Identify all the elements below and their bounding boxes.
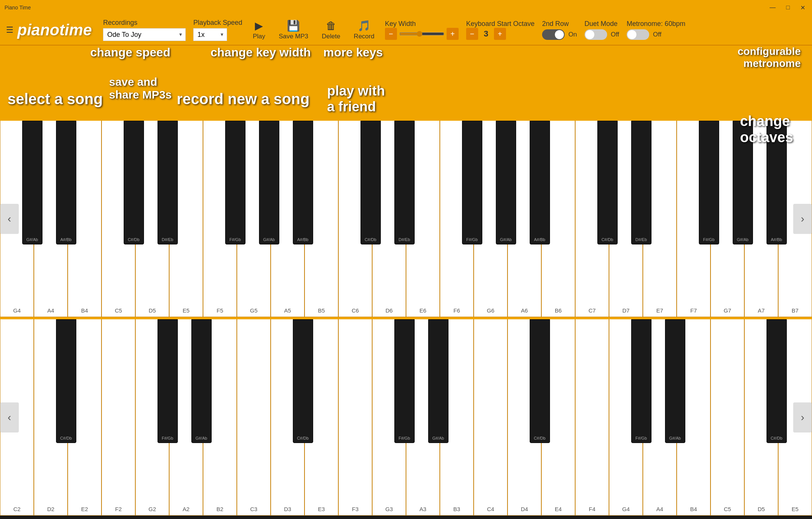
black-key-G#/Ab-19[interactable]: G#/Ab [665,319,685,443]
key-width-decrease-button[interactable]: − [385,28,397,40]
duet-mode-toggle[interactable] [585,29,607,40]
black-key-A#/Bb-1[interactable]: A#/Bb [56,121,76,244]
metronome-toggle-slider [627,29,649,40]
speed-select[interactable]: 0.5x 0.75x 1x 1.25x 1.5x 2x [193,28,227,41]
black-key-C#/Db-15[interactable]: C#/Db [530,319,550,443]
recordings-select[interactable]: Ode To Joy Twinkle Twinkle Happy Birthda… [103,28,186,41]
black-key-G#/Ab-0[interactable]: G#/Ab [22,121,42,244]
duet-mode-toggle-slider [585,29,607,40]
black-key-F#/Gb-13[interactable]: F#/Gb [462,121,482,244]
second-row-state: On [568,31,577,38]
recordings-label: Recordings [103,19,137,27]
white-key-label-A7: A7 [758,307,765,314]
black-key-label-F#/Gb: F#/Gb [466,237,478,242]
white-key-label-A2: A2 [183,506,189,512]
key-width-label: Key Width [385,20,416,28]
black-key-A#/Bb-8[interactable]: A#/Bb [293,121,313,244]
black-key-F#/Gb-4[interactable]: F#/Gb [158,319,178,443]
white-key-label-G5: G5 [250,307,258,314]
white-key-label-F4: F4 [589,506,595,512]
white-key-label-C4: C4 [487,506,494,512]
white-key-C5[interactable]: C5 [710,319,744,516]
record-button[interactable]: 🎵 Record [351,18,377,42]
white-key-label-F7: F7 [690,307,697,314]
key-width-slider[interactable] [399,31,444,37]
black-key-label-C#/Db: C#/Db [297,436,309,440]
black-key-F#/Gb-20[interactable]: F#/Gb [699,121,719,244]
black-key-G#/Ab-5[interactable]: G#/Ab [191,319,212,443]
second-row-label: 2nd Row [542,20,569,28]
white-key-label-E3: E3 [318,506,325,512]
black-key-C#/Db-1[interactable]: C#/Db [56,319,76,443]
nav-arrow-left-row2[interactable]: ‹ [0,402,19,432]
octave-decrease-button[interactable]: − [466,28,478,40]
save-mp3-label: Save MP3 [279,33,308,40]
playback-speed-label: Playback Speed [193,19,242,27]
nav-arrow-left-row1[interactable]: ‹ [0,204,19,234]
black-key-label-C#/Db: C#/Db [601,237,613,242]
white-key-label-G4: G4 [13,307,21,314]
logo-text: pianotime [17,21,92,39]
white-key-C3[interactable]: C3 [237,319,271,516]
metronome-toggle[interactable] [627,29,649,40]
play-button[interactable]: ▶ Play [250,18,268,42]
black-key-G#/Ab-12[interactable]: G#/Ab [428,319,448,443]
black-key-A#/Bb-15[interactable]: A#/Bb [530,121,550,244]
key-width-increase-button[interactable]: + [447,28,459,40]
white-key-label-E5: E5 [183,307,189,314]
black-key-label-G#/Ab: G#/Ab [737,237,748,242]
close-button[interactable]: ✕ [798,3,807,12]
white-key-F4[interactable]: F4 [575,319,609,516]
black-key-F#/Gb-18[interactable]: F#/Gb [631,319,651,443]
black-key-G#/Ab-21[interactable]: G#/Ab [733,121,753,244]
maximize-button[interactable]: □ [784,3,792,12]
white-key-label-D5: D5 [148,307,156,314]
play-label: Play [253,33,265,40]
white-key-label-A5: A5 [284,307,291,314]
black-key-C#/Db-3[interactable]: C#/Db [124,121,144,244]
nav-arrow-right-row1[interactable]: › [793,204,812,234]
black-key-C#/Db-10[interactable]: C#/Db [361,121,381,244]
white-key-label-E4: E4 [555,506,562,512]
titlebar: Piano Time — □ ✕ [0,0,812,15]
black-key-label-C#/Db: C#/Db [771,436,782,440]
black-key-label-G#/Ab: G#/Ab [500,237,512,242]
black-key-C#/Db-22[interactable]: C#/Db [767,319,787,443]
metronome-toggle-row: Off [627,29,661,40]
minimize-button[interactable]: — [767,3,778,12]
white-key-label-D5: D5 [757,506,765,512]
black-key-D#/Eb-11[interactable]: D#/Eb [394,121,415,244]
duet-mode-label: Duet Mode [585,20,618,28]
black-key-A#/Bb-22[interactable]: A#/Bb [767,121,787,244]
save-mp3-button[interactable]: 💾 Save MP3 [276,18,311,42]
nav-arrow-right-row2[interactable]: › [793,402,812,432]
white-key-F3[interactable]: F3 [338,319,372,516]
recordings-group: Recordings Ode To Joy Twinkle Twinkle Ha… [103,19,186,41]
second-row-toggle[interactable] [542,29,565,40]
black-key-label-G#/Ab: G#/Ab [669,436,681,440]
black-key-F#/Gb-11[interactable]: F#/Gb [394,319,415,443]
delete-button[interactable]: 🗑 Delete [319,18,343,42]
black-key-D#/Eb-18[interactable]: D#/Eb [631,121,651,244]
white-key-label-F5: F5 [217,307,223,314]
black-key-label-F#/Gb: F#/Gb [703,237,715,242]
white-key-label-B6: B6 [555,307,562,314]
white-key-label-B4: B4 [690,506,697,512]
black-key-label-F#/Gb: F#/Gb [398,436,410,440]
octave-increase-button[interactable]: + [494,28,506,40]
hamburger-icon[interactable]: ☰ [6,25,14,35]
white-key-F2[interactable]: F2 [102,319,135,516]
key-width-group: Key Width − + [385,20,459,40]
white-key-label-F6: F6 [453,307,460,314]
black-key-G#/Ab-7[interactable]: G#/Ab [259,121,279,244]
black-key-D#/Eb-4[interactable]: D#/Eb [158,121,178,244]
black-key-C#/Db-17[interactable]: C#/Db [597,121,618,244]
black-key-label-G#/Ab: G#/Ab [263,237,275,242]
white-key-label-B5: B5 [318,307,325,314]
black-key-G#/Ab-14[interactable]: G#/Ab [496,121,516,244]
black-key-C#/Db-8[interactable]: C#/Db [293,319,313,443]
white-key-C4[interactable]: C4 [474,319,508,516]
piano-row-1: ‹ G4A4B4C5D5E5F5G5A5B5C6D6E6F6G6A6B6C7D7… [0,121,812,317]
black-key-F#/Gb-6[interactable]: F#/Gb [225,121,245,244]
record-label: Record [354,33,374,40]
